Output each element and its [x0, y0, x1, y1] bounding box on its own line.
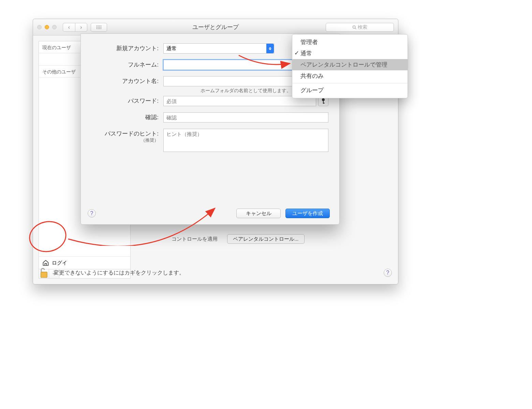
- help-button[interactable]: ?: [384, 269, 392, 277]
- select-value: 通常: [166, 45, 177, 52]
- traffic-lights: [37, 25, 57, 29]
- lock-footer: 変更できないようにするにはカギをクリックします。 ?: [39, 267, 392, 279]
- svg-rect-2: [41, 272, 47, 278]
- fullname-label: フルネーム:: [92, 60, 163, 69]
- svg-line-1: [355, 28, 356, 29]
- dropdown-item-admin[interactable]: 管理者: [292, 37, 408, 48]
- minimize-window-button[interactable]: [45, 25, 49, 29]
- window-title: ユーザとグループ: [192, 23, 239, 31]
- dropdown-item-group[interactable]: グループ: [292, 85, 408, 96]
- parental-control-button[interactable]: ペアレンタルコントロール...: [227, 234, 305, 244]
- new-account-type-select[interactable]: 通常: [163, 43, 274, 54]
- back-button[interactable]: ‹: [63, 23, 75, 32]
- close-window-button[interactable]: [37, 25, 42, 29]
- checkmark-icon: ✓: [294, 50, 299, 57]
- account-type-dropdown: 管理者 ✓ 通常 ペアレンタルコントロールで管理 共有のみ グループ: [292, 34, 408, 98]
- titlebar: ‹ › ユーザとグループ 検索: [33, 19, 398, 36]
- accountname-label: アカウント名:: [92, 76, 163, 85]
- hint-label: パスワードのヒント: （推奨）: [92, 129, 163, 143]
- unlocked-lock-icon[interactable]: [39, 267, 49, 279]
- lock-footer-text: 変更できないようにするにはカギをクリックします。: [54, 269, 184, 277]
- login-options-label: ログイ: [52, 260, 67, 266]
- dropdown-item-standard[interactable]: ✓ 通常: [292, 48, 408, 59]
- verify-label: 確認:: [92, 112, 163, 121]
- search-icon: [352, 25, 356, 29]
- house-icon: [42, 259, 49, 266]
- cancel-button[interactable]: キャンセル: [236, 209, 281, 218]
- search-field[interactable]: 検索: [326, 23, 394, 32]
- grid-icon: [97, 26, 101, 29]
- svg-point-0: [353, 26, 356, 28]
- stepper-arrows-icon: [266, 44, 274, 53]
- dropdown-item-sharing[interactable]: 共有のみ: [292, 70, 408, 82]
- zoom-window-button[interactable]: [52, 25, 57, 29]
- svg-rect-5: [323, 103, 325, 103]
- dropdown-item-parental[interactable]: ペアレンタルコントロールで管理: [292, 59, 408, 70]
- new-account-label: 新規アカウント:: [92, 43, 163, 52]
- hint-input[interactable]: [163, 129, 328, 152]
- svg-point-3: [322, 98, 325, 101]
- key-icon: [321, 98, 326, 104]
- forward-button[interactable]: ›: [75, 23, 87, 32]
- verify-input[interactable]: [163, 112, 328, 123]
- parental-row: コントロールを適用 ペアレンタルコントロール...: [166, 234, 305, 244]
- sheet-help-button[interactable]: ?: [88, 209, 96, 217]
- show-all-button[interactable]: [91, 23, 107, 32]
- search-placeholder: 検索: [358, 24, 367, 30]
- dropdown-separator: [292, 83, 408, 83]
- apply-control-button[interactable]: コントロールを適用: [166, 234, 223, 244]
- create-user-button[interactable]: ユーザを作成: [285, 209, 330, 218]
- password-label: パスワード:: [92, 96, 163, 105]
- nav-back-forward: ‹ ›: [63, 23, 87, 32]
